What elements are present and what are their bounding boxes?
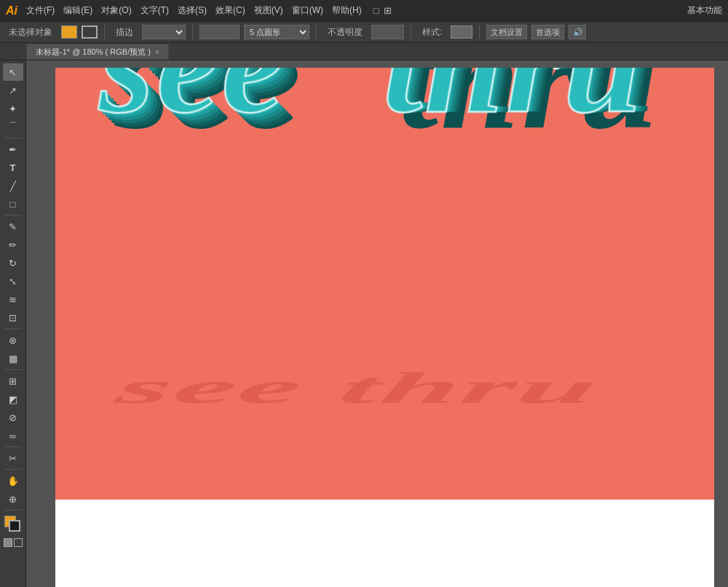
stroke-swatch[interactable] [82,25,98,39]
tool-sep-2 [4,215,22,216]
tool-free-transform[interactable]: ⊡ [3,309,23,326]
tool-shape[interactable]: □ [3,195,23,213]
tool-sep-7 [4,510,22,511]
menu-window[interactable]: 窗口(W) [292,4,323,17]
stroke-dropdown[interactable] [142,25,186,39]
full-mode-icon[interactable] [14,538,23,547]
menu-object[interactable]: 对象(O) [101,4,131,17]
brush-dropdown[interactable]: 5 点圆形 [244,25,309,39]
tool-sep-3 [4,328,22,329]
toolbar: 未选择对象 描边 5 点圆形 不透明度 100% 样式: 文档设置 首选项 🔊 [0,21,728,43]
prefs-button[interactable]: 首选项 [531,25,564,39]
style-label: 样式: [418,26,446,39]
stroke-mode-label: 描边 [111,26,138,39]
opacity-label: 不透明度 [323,26,367,39]
sep1 [104,25,105,39]
window-icon: □ [373,5,379,16]
svg-text:thru: thru [383,68,644,142]
fill-swatch[interactable] [61,25,77,39]
screen-mode-icons [4,538,23,547]
doc-tab-close[interactable]: × [155,48,159,56]
menu-help[interactable]: 帮助(H) [332,4,362,17]
tool-paintbrush[interactable]: ✎ [3,218,23,235]
sep5 [479,25,480,39]
menu-select[interactable]: 选择(S) [178,4,207,17]
tool-sep-6 [4,469,22,470]
tool-gradient[interactable]: ◩ [3,390,23,408]
tool-eyedropper[interactable]: ⊘ [3,409,23,426]
tool-line[interactable]: ╱ [3,177,23,194]
tool-scissors[interactable]: ✂ [3,449,23,467]
tool-scale[interactable]: ⤡ [3,272,23,290]
artwork-svg: see thru see see see see see see see thr… [55,68,714,500]
main-area: ↖ ↗ ✦ ⌒ ✒ T ╱ □ ✎ ✏ ↻ ⤡ ≋ ⊡ ⊛ ▦ ⊞ ◩ ⊘ ∞ … [0,60,728,587]
tool-pen[interactable]: ✒ [3,141,23,158]
doc-tab-bar: 未标题-1* @ 180% ( RGB/预览 ) × [0,43,728,60]
tool-symbol[interactable]: ⊛ [3,331,23,349]
tool-blend[interactable]: ∞ [3,427,23,444]
canvas-area: see thru see see see see see see see thr… [26,60,728,587]
speaker-button[interactable]: 🔊 [569,25,586,39]
tool-sep-5 [4,446,22,447]
tool-hand[interactable]: ✋ [3,472,23,489]
normal-mode-icon[interactable] [4,538,12,547]
title-bar: Ai 文件(F) 编辑(E) 对象(O) 文字(T) 选择(S) 效果(C) 视… [0,0,728,21]
app-logo: Ai [6,4,17,17]
tool-type[interactable]: T [3,159,23,176]
menu-type[interactable]: 文字(T) [141,4,169,17]
tool-rotate[interactable]: ↻ [3,254,23,272]
menu-file[interactable]: 文件(F) [26,4,55,17]
tool-graph[interactable]: ▦ [3,350,23,367]
menu-view[interactable]: 视图(V) [254,4,283,17]
stroke-width-input[interactable] [199,25,240,39]
menu-bar[interactable]: 文件(F) 编辑(E) 对象(O) 文字(T) 选择(S) 效果(C) 视图(V… [26,4,362,17]
svg-text:see: see [98,68,287,142]
grid-icon: ⊞ [384,5,392,16]
menu-edit[interactable]: 编辑(E) [63,4,92,17]
tool-direct-selection[interactable]: ↗ [3,82,23,99]
svg-text:see thru: see thru [109,363,606,412]
tool-selection[interactable]: ↖ [3,63,23,81]
sep3 [316,25,317,39]
tool-magic-wand[interactable]: ✦ [3,100,23,117]
doc-setup-button[interactable]: 文档设置 [486,25,527,39]
left-toolbar: ↖ ↗ ✦ ⌒ ✒ T ╱ □ ✎ ✏ ↻ ⤡ ≋ ⊡ ⊛ ▦ ⊞ ◩ ⊘ ∞ … [0,60,26,587]
artboard: see thru see see see see see see see thr… [55,68,714,500]
tool-sep-1 [4,138,22,138]
sep4 [411,25,411,39]
sep2 [192,25,193,39]
fill-stroke-icon[interactable] [3,514,23,535]
doc-tab[interactable]: 未标题-1* @ 180% ( RGB/预览 ) × [26,44,169,60]
workspace-label[interactable]: 基本功能 [687,4,722,17]
menu-effect[interactable]: 效果(C) [215,4,245,17]
style-swatch[interactable] [451,25,472,39]
white-area-below-artboard [55,500,714,587]
opacity-input[interactable]: 100% [371,25,404,39]
tool-lasso[interactable]: ⌒ [3,118,23,135]
doc-tab-name: 未标题-1* @ 180% ( RGB/预览 ) [36,47,151,58]
tool-mesh[interactable]: ⊞ [3,372,23,390]
tool-zoom[interactable]: ⊕ [3,490,23,508]
tool-warp[interactable]: ≋ [3,291,23,308]
tool-sep-4 [4,369,22,370]
no-selection-label: 未选择对象 [4,26,57,39]
tool-pencil[interactable]: ✏ [3,236,23,253]
